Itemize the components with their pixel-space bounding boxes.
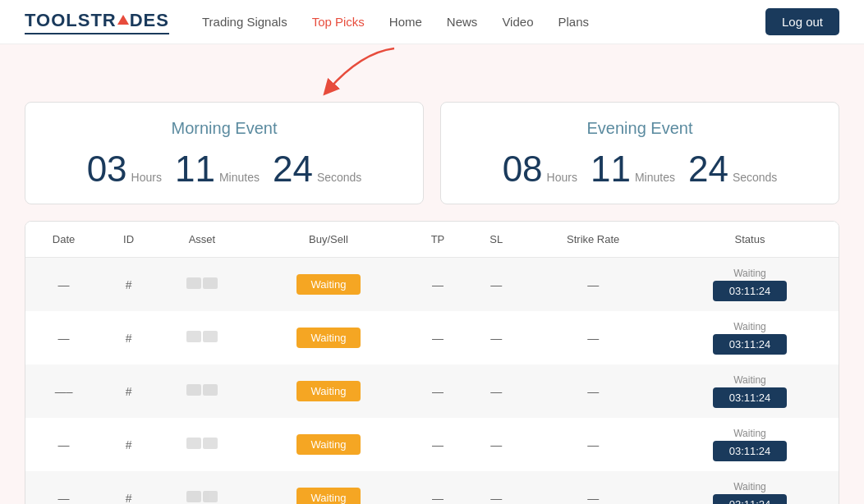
cell-buysell: Waiting [249,311,408,364]
morning-event-card: Morning Event 03 Hours 11 Minutes 24 Sec… [25,102,424,204]
asset-icon [186,277,218,289]
cell-buysell: Waiting [249,258,408,312]
col-date: Date [25,222,102,258]
cell-asset [155,311,249,364]
table-row: — # Waiting — — — Waiting 03:11:24 [25,471,839,504]
arrow-icon [312,44,411,98]
cell-date: — [25,471,102,504]
col-sl: SL [467,222,526,258]
cell-status: Waiting 03:11:24 [661,364,839,418]
table-row: — # Waiting — — — Waiting 03:11:24 [25,311,839,364]
cell-buysell: Waiting [249,471,408,504]
cell-tp: — [408,471,467,504]
cell-id: # [102,311,155,364]
evening-minutes-label: Minutes [635,171,675,184]
morning-seconds-label: Seconds [317,171,361,184]
navbar: TOOLSTRDES Trading Signals Top Picks Hom… [0,0,864,44]
cell-buysell: Waiting [249,418,408,471]
status-waiting-text: Waiting [733,321,766,332]
status-cell: Waiting 03:11:24 [669,321,830,355]
asset-icon [186,438,218,449]
status-cell: Waiting 03:11:24 [669,481,830,504]
logo: TOOLSTRDES [25,10,169,34]
status-waiting-text: Waiting [733,428,766,439]
cell-status: Waiting 03:11:24 [661,471,839,504]
morning-minutes-label: Minutes [219,171,260,184]
cell-strike: — [525,364,661,418]
events-section: Morning Event 03 Hours 11 Minutes 24 Sec… [0,94,864,221]
morning-hours-label: Hours [131,171,162,184]
table-row: —– # Waiting — — — Waiting 03:11:24 [25,364,839,418]
cell-tp: — [408,364,467,418]
asset-icon [186,384,218,396]
morning-seconds-value: 24 [273,151,313,187]
nav-trading-signals[interactable]: Trading Signals [202,15,287,29]
cell-tp: — [408,311,467,364]
asset-icon [186,331,218,342]
status-time-badge: 03:11:24 [713,281,787,301]
nav-news[interactable]: News [447,15,478,29]
signals-table: Date ID Asset Buy/Sell TP SL Strike Rate… [25,222,839,504]
status-waiting-text: Waiting [733,374,766,386]
morning-minutes-unit: 11 Minutes [175,151,260,187]
morning-seconds-unit: 24 Seconds [273,151,361,187]
status-time-badge: 03:11:24 [713,334,787,355]
arrow-annotation-area [0,44,864,94]
waiting-badge: Waiting [296,274,361,295]
morning-minutes-value: 11 [175,151,215,187]
evening-hours-value: 08 [503,151,543,187]
cell-id: # [102,364,155,418]
morning-hours-unit: 03 Hours [87,151,162,187]
cell-strike: — [525,471,661,504]
table-row: — # Waiting — — — Waiting 03:11:24 [25,258,839,312]
cell-tp: — [408,258,467,312]
evening-event-card: Evening Event 08 Hours 11 Minutes 24 Sec… [440,102,839,204]
cell-buysell: Waiting [249,364,408,418]
status-time-badge: 03:11:24 [713,494,787,504]
evening-hours-label: Hours [547,171,577,184]
nav-video[interactable]: Video [502,15,533,29]
logout-button[interactable]: Log out [765,8,839,35]
cell-tp: — [408,418,467,471]
cell-date: — [25,258,102,312]
cell-date: — [25,311,102,364]
cell-date: — [25,418,102,471]
morning-event-title: Morning Event [50,119,398,138]
status-cell: Waiting 03:11:24 [669,428,830,461]
cell-date: —– [25,364,102,418]
table-header-row: Date ID Asset Buy/Sell TP SL Strike Rate… [25,222,839,258]
cell-id: # [102,258,155,312]
status-waiting-text: Waiting [733,481,766,493]
cell-asset [155,471,249,504]
status-time-badge: 03:11:24 [713,441,787,461]
status-cell: Waiting 03:11:24 [669,268,830,301]
status-time-badge: 03:11:24 [713,387,787,408]
waiting-badge: Waiting [296,381,361,401]
nav-home[interactable]: Home [389,15,422,29]
cell-asset [155,418,249,471]
cell-status: Waiting 03:11:24 [661,311,839,364]
evening-event-title: Evening Event [466,119,814,138]
evening-seconds-label: Seconds [733,171,777,184]
cell-sl: — [467,311,526,364]
nav-plans[interactable]: Plans [558,15,589,29]
evening-seconds-value: 24 [688,151,728,187]
col-strike-rate: Strike Rate [525,222,661,258]
waiting-badge: Waiting [296,488,361,504]
cell-sl: — [467,364,526,418]
status-cell: Waiting 03:11:24 [669,374,830,408]
cell-id: # [102,471,155,504]
cell-asset [155,258,249,312]
status-waiting-text: Waiting [733,268,766,279]
cell-status: Waiting 03:11:24 [661,418,839,471]
evening-hours-unit: 08 Hours [503,151,577,187]
col-id: ID [102,222,155,258]
col-buysell: Buy/Sell [249,222,408,258]
waiting-badge: Waiting [296,434,361,455]
cell-id: # [102,418,155,471]
cell-strike: — [525,418,661,471]
nav-top-picks[interactable]: Top Picks [312,15,365,29]
evening-minutes-value: 11 [591,151,631,187]
waiting-badge: Waiting [296,328,361,348]
evening-event-timer: 08 Hours 11 Minutes 24 Seconds [466,151,814,187]
